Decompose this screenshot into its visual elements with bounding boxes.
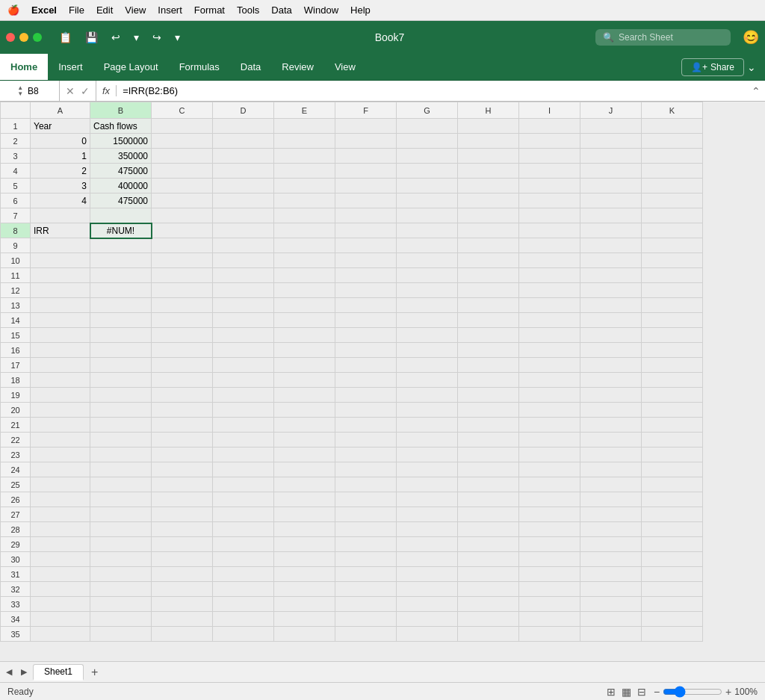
cell[interactable] bbox=[274, 552, 335, 567]
cell[interactable] bbox=[274, 373, 335, 388]
cell[interactable] bbox=[31, 447, 90, 462]
cell[interactable] bbox=[580, 119, 642, 134]
cell[interactable] bbox=[519, 298, 580, 313]
cell[interactable] bbox=[458, 134, 519, 149]
cell[interactable] bbox=[274, 223, 335, 238]
cell[interactable] bbox=[397, 447, 458, 462]
cell[interactable] bbox=[213, 477, 274, 492]
help-menu-item[interactable]: Help bbox=[350, 4, 371, 16]
cell[interactable] bbox=[580, 492, 642, 507]
cell[interactable] bbox=[335, 298, 397, 313]
col-header-B[interactable]: B bbox=[90, 102, 152, 119]
cell[interactable] bbox=[274, 418, 335, 433]
cell[interactable] bbox=[642, 268, 703, 283]
cell[interactable] bbox=[213, 238, 274, 253]
cell[interactable] bbox=[90, 433, 152, 447]
cell[interactable] bbox=[397, 179, 458, 193]
cell[interactable] bbox=[335, 612, 397, 627]
cell[interactable] bbox=[31, 582, 90, 597]
cell[interactable] bbox=[519, 537, 580, 552]
col-header-F[interactable]: F bbox=[335, 102, 397, 119]
cell[interactable] bbox=[152, 507, 213, 522]
tab-formulas[interactable]: Formulas bbox=[169, 54, 230, 80]
col-header-H[interactable]: H bbox=[458, 102, 519, 119]
cell[interactable] bbox=[90, 477, 152, 492]
cell[interactable] bbox=[397, 388, 458, 403]
cell[interactable] bbox=[31, 567, 90, 582]
cell[interactable] bbox=[458, 298, 519, 313]
cell[interactable] bbox=[580, 627, 642, 642]
cell[interactable] bbox=[642, 552, 703, 567]
cell[interactable] bbox=[397, 193, 458, 208]
cell[interactable] bbox=[31, 358, 90, 373]
cell[interactable] bbox=[274, 149, 335, 164]
cell[interactable] bbox=[274, 447, 335, 462]
cell[interactable] bbox=[90, 268, 152, 283]
cell[interactable] bbox=[458, 567, 519, 582]
cell[interactable] bbox=[31, 208, 90, 223]
cell[interactable] bbox=[152, 627, 213, 642]
cell[interactable] bbox=[519, 208, 580, 223]
cell[interactable] bbox=[274, 582, 335, 597]
cell[interactable] bbox=[458, 522, 519, 537]
cell[interactable] bbox=[213, 492, 274, 507]
cell[interactable] bbox=[397, 253, 458, 268]
cell[interactable] bbox=[397, 418, 458, 433]
cell[interactable] bbox=[580, 537, 642, 552]
cell[interactable] bbox=[335, 208, 397, 223]
cell[interactable] bbox=[335, 179, 397, 193]
cell[interactable] bbox=[213, 328, 274, 343]
cell[interactable] bbox=[397, 582, 458, 597]
cell[interactable] bbox=[31, 283, 90, 298]
cell[interactable] bbox=[274, 343, 335, 358]
cell[interactable] bbox=[90, 612, 152, 627]
cell[interactable] bbox=[458, 283, 519, 298]
cell[interactable] bbox=[152, 462, 213, 477]
apple-menu[interactable]: 🍎 bbox=[7, 4, 19, 16]
zoom-in-button[interactable]: + bbox=[725, 686, 731, 698]
cell[interactable] bbox=[458, 582, 519, 597]
cell[interactable]: 400000 bbox=[90, 179, 152, 193]
cell[interactable] bbox=[458, 388, 519, 403]
cell[interactable] bbox=[397, 328, 458, 343]
cell[interactable] bbox=[580, 403, 642, 418]
cell[interactable] bbox=[274, 179, 335, 193]
insert-menu-item[interactable]: Insert bbox=[158, 4, 182, 16]
cell[interactable] bbox=[519, 612, 580, 627]
cell[interactable] bbox=[458, 193, 519, 208]
cell[interactable] bbox=[335, 477, 397, 492]
cell[interactable] bbox=[458, 253, 519, 268]
cell[interactable] bbox=[274, 537, 335, 552]
cell[interactable] bbox=[213, 193, 274, 208]
cell[interactable] bbox=[580, 238, 642, 253]
cell[interactable] bbox=[213, 627, 274, 642]
cell[interactable] bbox=[458, 208, 519, 223]
cell[interactable] bbox=[152, 268, 213, 283]
tab-insert[interactable]: Insert bbox=[48, 54, 93, 80]
cell[interactable] bbox=[90, 238, 152, 253]
cell[interactable] bbox=[31, 537, 90, 552]
cell[interactable] bbox=[642, 149, 703, 164]
cell[interactable] bbox=[90, 388, 152, 403]
share-button[interactable]: 👤+ Share bbox=[681, 58, 744, 76]
cell[interactable] bbox=[152, 119, 213, 134]
cell[interactable] bbox=[335, 328, 397, 343]
cell[interactable] bbox=[458, 403, 519, 418]
cell[interactable]: 4 bbox=[31, 193, 90, 208]
cell[interactable] bbox=[642, 373, 703, 388]
cell[interactable] bbox=[458, 119, 519, 134]
cell[interactable] bbox=[213, 567, 274, 582]
col-header-G[interactable]: G bbox=[397, 102, 458, 119]
cell[interactable] bbox=[519, 343, 580, 358]
col-header-I[interactable]: I bbox=[519, 102, 580, 119]
cell[interactable] bbox=[397, 208, 458, 223]
undo-icon[interactable]: ↩ bbox=[108, 29, 124, 46]
cell[interactable] bbox=[31, 433, 90, 447]
cell[interactable] bbox=[397, 597, 458, 612]
cell[interactable] bbox=[152, 358, 213, 373]
cell[interactable] bbox=[580, 193, 642, 208]
cell[interactable] bbox=[519, 552, 580, 567]
cell[interactable] bbox=[335, 507, 397, 522]
cell[interactable] bbox=[580, 388, 642, 403]
cell[interactable] bbox=[519, 388, 580, 403]
